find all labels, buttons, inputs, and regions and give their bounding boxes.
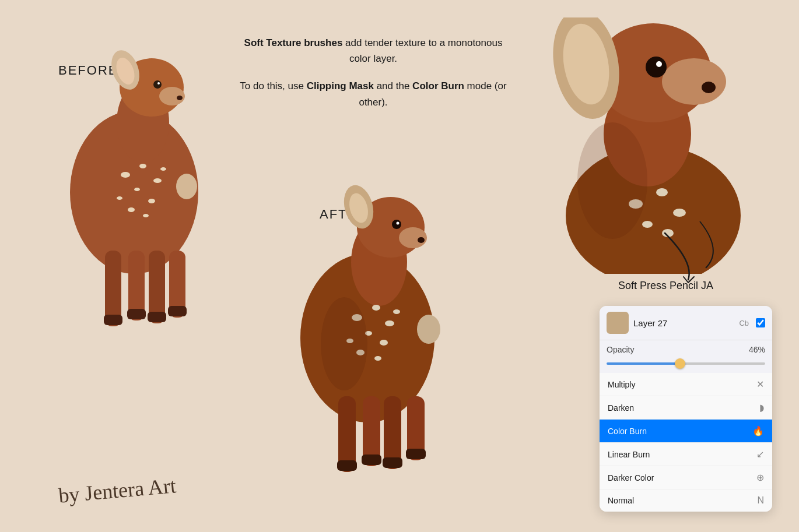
deer-before-illustration xyxy=(35,29,233,355)
blend-mode-darker-color-label: Darker Color xyxy=(608,473,654,482)
svg-point-71 xyxy=(577,122,647,239)
svg-point-63 xyxy=(646,57,667,77)
opacity-slider-container xyxy=(600,357,772,373)
blend-mode-linear-burn[interactable]: Linear Burn ↙ xyxy=(600,443,772,466)
svg-point-46 xyxy=(372,305,380,311)
layer-header: Layer 27 Cb xyxy=(600,306,772,340)
svg-point-21 xyxy=(148,199,155,203)
svg-point-54 xyxy=(321,297,367,390)
svg-point-8 xyxy=(177,96,183,100)
svg-point-23 xyxy=(160,167,166,171)
blend-mode-multiply[interactable]: Multiply ✕ xyxy=(600,373,772,396)
svg-rect-41 xyxy=(337,460,357,471)
layer-cb-label: Cb xyxy=(739,319,749,327)
svg-rect-14 xyxy=(127,309,146,319)
blend-modes-list: Multiply ✕ Darken ◗ Color Burn 🔥 Linear … xyxy=(600,373,772,512)
layer-thumbnail xyxy=(607,312,629,334)
svg-point-68 xyxy=(673,209,686,217)
svg-point-18 xyxy=(139,164,146,168)
blend-mode-darken[interactable]: Darken ◗ xyxy=(600,396,772,420)
svg-point-26 xyxy=(176,174,197,199)
color-burn-bold: Color Burn xyxy=(412,80,464,91)
blend-mode-darker-color-icon: ⊕ xyxy=(756,472,764,483)
blend-mode-color-burn[interactable]: Color Burn 🔥 xyxy=(600,420,772,443)
svg-point-35 xyxy=(397,222,400,225)
svg-point-60 xyxy=(662,58,726,105)
description-line1: Soft Texture brushes add tender texture … xyxy=(233,35,513,66)
blend-mode-color-burn-label: Color Burn xyxy=(608,427,647,436)
svg-rect-15 xyxy=(148,312,166,322)
svg-point-19 xyxy=(153,178,162,183)
svg-point-25 xyxy=(143,214,149,217)
blend-mode-normal[interactable]: Normal N xyxy=(600,489,772,512)
svg-point-20 xyxy=(134,188,140,191)
svg-rect-13 xyxy=(104,315,122,325)
center-text-block: Soft Texture brushes add tender texture … xyxy=(233,35,513,110)
blend-mode-linear-burn-icon: ↙ xyxy=(756,449,764,460)
svg-point-7 xyxy=(157,82,160,84)
svg-point-24 xyxy=(128,207,135,212)
svg-point-65 xyxy=(702,82,716,93)
signature: by Jentera Art xyxy=(58,473,177,508)
svg-rect-42 xyxy=(362,455,381,465)
svg-point-22 xyxy=(117,196,122,200)
svg-point-67 xyxy=(656,188,668,196)
soft-texture-brushes-bold: Soft Texture brushes xyxy=(244,37,343,48)
opacity-value: 46% xyxy=(749,345,765,354)
annotation-arrow xyxy=(653,227,712,286)
blend-mode-darken-label: Darken xyxy=(608,403,634,413)
opacity-row: Opacity 46% xyxy=(600,340,772,357)
svg-point-53 xyxy=(374,356,381,361)
blend-mode-multiply-icon: ✕ xyxy=(756,379,764,390)
svg-point-36 xyxy=(418,237,425,243)
layer-name[interactable]: Layer 27 xyxy=(633,318,734,328)
svg-point-69 xyxy=(642,221,653,228)
svg-point-17 xyxy=(121,172,130,178)
blend-mode-normal-label: Normal xyxy=(608,496,634,505)
opacity-slider[interactable] xyxy=(607,362,765,365)
clipping-mask-bold: Clipping Mask xyxy=(307,80,374,91)
blend-mode-normal-icon: N xyxy=(757,495,764,506)
blend-mode-color-burn-icon: 🔥 xyxy=(752,425,764,436)
deer-closeup-illustration xyxy=(537,17,747,274)
svg-rect-43 xyxy=(383,457,402,468)
blend-mode-darken-icon: ◗ xyxy=(759,402,764,413)
blend-mode-darker-color[interactable]: Darker Color ⊕ xyxy=(600,466,772,489)
blend-mode-linear-burn-label: Linear Burn xyxy=(608,450,650,459)
svg-point-51 xyxy=(393,309,400,314)
layer-panel: Layer 27 Cb Opacity 46% Multiply ✕ Darke… xyxy=(600,306,772,512)
description-line2: To do this, use Clipping Mask and the Co… xyxy=(233,78,513,110)
svg-point-49 xyxy=(380,340,388,346)
svg-point-64 xyxy=(656,61,662,67)
deer-after-illustration xyxy=(257,163,478,489)
opacity-label: Opacity xyxy=(607,345,642,354)
canvas: Soft Texture brushes add tender texture … xyxy=(0,0,799,532)
svg-point-6 xyxy=(153,80,162,89)
blend-mode-multiply-label: Multiply xyxy=(608,380,635,389)
svg-point-55 xyxy=(417,315,440,344)
layer-visibility-checkbox[interactable] xyxy=(756,318,765,327)
svg-point-34 xyxy=(392,220,401,229)
svg-rect-44 xyxy=(406,449,426,459)
svg-rect-16 xyxy=(168,306,187,316)
svg-point-47 xyxy=(385,320,394,326)
pencil-label: Soft Press Pencil JA xyxy=(618,280,713,292)
